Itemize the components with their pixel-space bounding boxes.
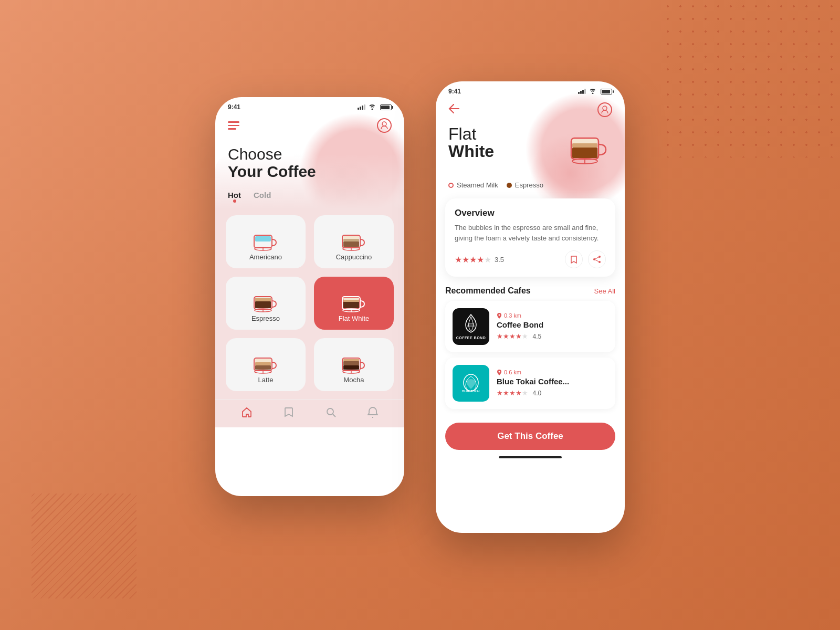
time-1: 9:41 bbox=[228, 103, 240, 111]
nav-search[interactable] bbox=[325, 406, 337, 418]
latte-cup-icon bbox=[250, 349, 281, 376]
overview-text: The bubbles in the espresso are small an… bbox=[455, 223, 606, 243]
share-action[interactable] bbox=[588, 250, 606, 268]
milk-dot bbox=[448, 183, 454, 188]
nav-bell[interactable] bbox=[367, 406, 379, 418]
nav-home[interactable] bbox=[241, 406, 253, 418]
phone-2: 9:41 bbox=[436, 81, 625, 533]
svg-rect-13 bbox=[255, 301, 271, 308]
nav-bookmark[interactable] bbox=[283, 406, 295, 418]
bottom-nav bbox=[215, 400, 404, 422]
espresso-label: Espresso bbox=[251, 314, 280, 322]
ingredient-milk: Steamed Milk bbox=[448, 181, 498, 189]
cappuccino-label: Cappuccino bbox=[336, 253, 372, 261]
home-indicator-2 bbox=[499, 456, 562, 458]
svg-point-37 bbox=[603, 106, 607, 110]
bond-info: 0.3 km Coffee Bond ★★★★★ 4.5 bbox=[497, 312, 608, 341]
tokai-rating: ★★★★★ 4.0 bbox=[497, 388, 608, 397]
svg-rect-41 bbox=[572, 148, 597, 158]
rec-header: Recommended Cafes See All bbox=[445, 286, 615, 296]
svg-rect-19 bbox=[343, 302, 359, 308]
cafe-card-tokai[interactable]: BLUE TOKAI 0.6 km Blue Tokai Coffee... ★… bbox=[445, 358, 615, 409]
svg-line-48 bbox=[595, 260, 598, 261]
bond-name: Coffee Bond bbox=[497, 320, 608, 329]
bond-rating: ★★★★★ 4.5 bbox=[497, 331, 608, 341]
filter-tabs: Hot Cold bbox=[215, 191, 404, 210]
svg-rect-40 bbox=[572, 143, 597, 148]
svg-rect-2 bbox=[255, 236, 271, 242]
phone1-title: Choose Your Coffee bbox=[215, 141, 404, 191]
tokai-logo-icon: BLUE TOKAI bbox=[461, 372, 480, 393]
tab-hot[interactable]: Hot bbox=[228, 191, 241, 202]
rating-number: 3.5 bbox=[495, 256, 504, 264]
coffee-card-cappuccino[interactable]: Cappuccino bbox=[314, 215, 394, 268]
phone-1: 9:41 bbox=[215, 97, 404, 496]
signal-icon bbox=[358, 104, 365, 110]
svg-rect-6 bbox=[343, 236, 359, 239]
detail-cup-image bbox=[565, 131, 612, 173]
status-bar-1: 9:41 bbox=[215, 97, 404, 114]
mocha-cup-icon bbox=[338, 349, 370, 376]
svg-point-51 bbox=[499, 314, 500, 316]
svg-rect-17 bbox=[343, 298, 359, 300]
svg-rect-12 bbox=[255, 298, 271, 301]
bookmark-action[interactable] bbox=[565, 250, 583, 268]
tokai-name: Blue Tokai Coffee... bbox=[497, 377, 608, 386]
milk-label: Steamed Milk bbox=[457, 181, 498, 189]
bond-distance: 0.3 km bbox=[497, 312, 608, 319]
svg-rect-24 bbox=[255, 362, 271, 365]
title-line1: Choose bbox=[228, 145, 392, 163]
phones-container: 9:41 bbox=[215, 97, 625, 533]
ingredients-row: Steamed Milk Espresso bbox=[436, 178, 625, 196]
phone2-header bbox=[436, 98, 625, 123]
see-all-button[interactable]: See All bbox=[594, 287, 615, 295]
espresso-dot bbox=[507, 183, 512, 188]
svg-point-44 bbox=[598, 256, 601, 258]
svg-rect-29 bbox=[343, 359, 359, 361]
coffee-card-espresso[interactable]: Espresso bbox=[226, 277, 306, 330]
title-white: White bbox=[448, 142, 494, 161]
tokai-logo: BLUE TOKAI bbox=[453, 365, 489, 402]
overview-title: Overview bbox=[455, 208, 606, 218]
phone1-header bbox=[215, 114, 404, 141]
svg-point-45 bbox=[598, 261, 601, 263]
svg-rect-39 bbox=[572, 139, 597, 143]
coffee-card-flat-white[interactable]: Flat White bbox=[314, 277, 394, 330]
stars-display: ★★★★ bbox=[455, 255, 484, 265]
battery-icon bbox=[380, 104, 392, 110]
svg-rect-25 bbox=[255, 365, 271, 370]
svg-rect-30 bbox=[343, 361, 359, 365]
user-icon-2[interactable] bbox=[597, 102, 612, 117]
wifi-icon bbox=[369, 103, 376, 111]
tab-cold[interactable]: Cold bbox=[254, 191, 271, 202]
rec-title: Recommended Cafes bbox=[445, 286, 531, 296]
title-flat: Flat bbox=[448, 125, 494, 142]
phone2-title-section: Flat White bbox=[436, 123, 625, 178]
svg-point-46 bbox=[593, 258, 595, 260]
title-line2: Your Coffee bbox=[228, 163, 392, 180]
ingredient-espresso: Espresso bbox=[507, 181, 543, 189]
flat-white-detail-cup-icon bbox=[565, 131, 612, 172]
bond-logo-icon bbox=[463, 312, 479, 333]
coffee-detail-title: Flat White bbox=[448, 125, 494, 161]
user-icon[interactable] bbox=[377, 118, 392, 133]
menu-icon[interactable] bbox=[228, 121, 239, 130]
get-coffee-button[interactable]: Get This Coffee bbox=[445, 423, 615, 450]
rating-row: ★★★★★ 3.5 bbox=[455, 250, 606, 268]
mocha-label: Mocha bbox=[343, 376, 364, 384]
cappuccino-cup-icon bbox=[338, 226, 370, 253]
status-icons-1 bbox=[358, 103, 392, 111]
americano-cup-icon bbox=[250, 226, 281, 253]
svg-line-35 bbox=[333, 414, 335, 417]
latte-label: Latte bbox=[258, 376, 274, 384]
coffee-grid: Americano Cappuccino bbox=[215, 210, 404, 400]
cafe-card-bond[interactable]: COFFEE BOND 0.3 km Coffee Bond ★★★★★ 4.5 bbox=[445, 301, 615, 352]
coffee-card-americano[interactable]: Americano bbox=[226, 215, 306, 268]
decorative-lines bbox=[32, 494, 136, 598]
bond-logo: COFFEE BOND bbox=[453, 308, 489, 345]
coffee-card-mocha[interactable]: Mocha bbox=[314, 338, 394, 391]
coffee-card-latte[interactable]: Latte bbox=[226, 338, 306, 391]
svg-point-34 bbox=[327, 408, 333, 415]
back-button[interactable] bbox=[448, 104, 460, 116]
svg-rect-23 bbox=[255, 359, 271, 362]
